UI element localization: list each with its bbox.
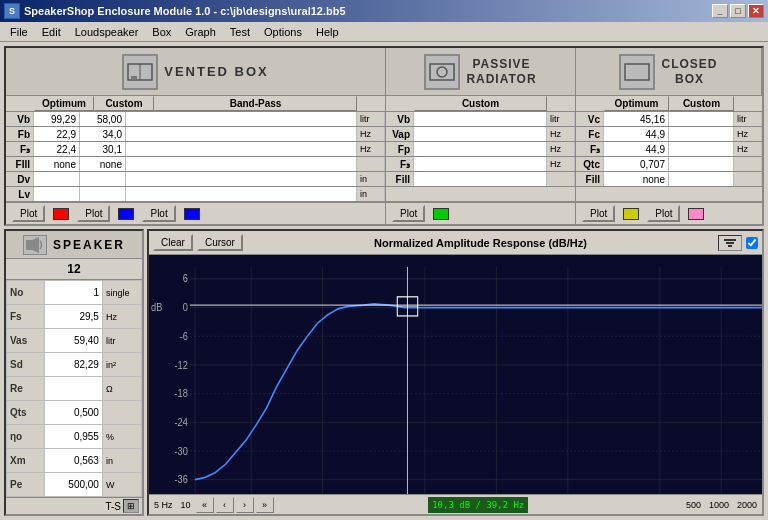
menu-loudspeaker[interactable]: Loudspeaker xyxy=(69,25,145,39)
vented-plot-row: Plot Plot Plot xyxy=(6,203,386,224)
sp-sd-label: Sd xyxy=(7,353,45,377)
ts-label: T-S xyxy=(105,501,121,512)
sp-row-qts: Qts 0,500 xyxy=(7,401,142,425)
x-500-label: 500 xyxy=(683,500,704,510)
pvb-unit: litr xyxy=(547,112,575,126)
sp-row-vas: Vas 59,40 litr xyxy=(7,329,142,353)
fb-cust-val: 34,0 xyxy=(80,127,126,141)
dv-opt-val xyxy=(34,172,80,186)
vented-plot-color-blue1 xyxy=(118,208,134,220)
app-icon: S xyxy=(4,3,20,19)
dv-unit: in xyxy=(357,172,385,186)
sp-re-val xyxy=(45,377,103,401)
vfill-opt-val: none xyxy=(34,157,80,171)
vc-unit: litr xyxy=(734,112,762,126)
vc-label: Vc xyxy=(576,112,604,126)
graph-checkbox[interactable] xyxy=(746,237,758,249)
passive-col-headers: Custom xyxy=(386,96,576,111)
speaker-label: SPEAKER xyxy=(53,238,125,252)
svg-text:-18: -18 xyxy=(175,388,189,400)
sp-fs-label: Fs xyxy=(7,305,45,329)
fb-unit: Hz xyxy=(357,127,385,141)
enclosure-panel: VENTED BOX PASSIVE RADIATOR xyxy=(4,46,764,226)
vented-icon xyxy=(122,54,158,90)
f3-bp-val xyxy=(126,142,357,156)
graph-settings-icon[interactable] xyxy=(718,235,742,251)
vented-optimum-header: Optimum xyxy=(34,96,94,111)
row-dv: Dv in Fill Fill none xyxy=(6,172,762,187)
closed-col-headers: Optimum Custom xyxy=(576,96,762,111)
sp-fs-unit: Hz xyxy=(102,305,141,329)
cqtc-cust-val xyxy=(669,157,734,171)
cqtc-label: Qtc xyxy=(576,157,604,171)
vented-header: VENTED BOX xyxy=(6,48,386,95)
freq-display: 10,3 dB / 39,2 Hz xyxy=(428,497,528,513)
passive-plot-btn[interactable]: Plot xyxy=(392,205,425,222)
closed-plot-custom-btn[interactable]: Plot xyxy=(647,205,680,222)
row-vb: Vb 99,29 58,00 litr Vb litr Vc 45,16 lit… xyxy=(6,112,762,127)
vented-plot-optimum-btn[interactable]: Plot xyxy=(12,205,45,222)
vap-val xyxy=(414,127,547,141)
cfc-unit: Hz xyxy=(734,127,762,141)
f3-cust-val: 30,1 xyxy=(80,142,126,156)
x-start-label: 5 Hz xyxy=(151,500,176,510)
svg-marker-7 xyxy=(32,237,39,253)
cqtc-unit xyxy=(734,157,762,171)
nav-prev-btn[interactable]: ‹ xyxy=(216,497,234,513)
cursor-button[interactable]: Cursor xyxy=(197,234,243,251)
dv-bp-val xyxy=(126,172,357,186)
vfill-label: FIll xyxy=(6,157,34,171)
x-1000-label: 1000 xyxy=(706,500,732,510)
svg-text:-30: -30 xyxy=(175,445,189,457)
graph-area: 6 0 -6 -12 -18 -24 -30 -36 dB xyxy=(149,255,762,494)
vented-plot-bp-btn[interactable]: Plot xyxy=(142,205,175,222)
cfill-opt-val: none xyxy=(604,172,669,186)
cfill-label: Fill xyxy=(576,172,604,186)
passive-icon xyxy=(424,54,460,90)
lv-opt-val xyxy=(34,187,80,201)
menu-test[interactable]: Test xyxy=(224,25,256,39)
clear-button[interactable]: Clear xyxy=(153,234,193,251)
vented-plot-color-red xyxy=(53,208,69,220)
ts-box[interactable]: ⊞ xyxy=(123,499,139,513)
pfp-label: Fp xyxy=(386,142,414,156)
col-subheaders-row: Optimum Custom Band-Pass Custom Optimum … xyxy=(6,96,762,112)
vented-plot-custom-btn[interactable]: Plot xyxy=(77,205,110,222)
menu-file[interactable]: File xyxy=(4,25,34,39)
cfill-cust-val xyxy=(669,172,734,186)
nav-next-btn[interactable]: › xyxy=(236,497,254,513)
menu-graph[interactable]: Graph xyxy=(179,25,222,39)
minimize-button[interactable]: _ xyxy=(712,4,728,18)
x-axis-toolbar: 5 Hz 10 « ‹ › » 10,3 dB / 39,2 Hz 500 10… xyxy=(149,494,762,514)
sp-row-sd: Sd 82,29 in² xyxy=(7,353,142,377)
fb-bp-val xyxy=(126,127,357,141)
nav-next-next-btn[interactable]: » xyxy=(256,497,274,513)
sp-re-label: Re xyxy=(7,377,45,401)
row-fb: Fb 22,9 34,0 Hz Vap Hz Fc 44,9 Hz xyxy=(6,127,762,142)
svg-text:-6: -6 xyxy=(180,330,189,342)
vented-plot-color-blue2 xyxy=(184,208,200,220)
sp-qts-val: 0,500 xyxy=(45,401,103,425)
menu-box[interactable]: Box xyxy=(146,25,177,39)
cqtc-opt-val: 0,707 xyxy=(604,157,669,171)
svg-rect-6 xyxy=(26,240,32,250)
maximize-button[interactable]: □ xyxy=(730,4,746,18)
menu-options[interactable]: Options xyxy=(258,25,308,39)
sp-vas-val: 59,40 xyxy=(45,329,103,353)
vented-bandpass-header: Band-Pass xyxy=(154,96,357,111)
x-10-label: 10 xyxy=(178,500,194,510)
nav-prev-prev-btn[interactable]: « xyxy=(196,497,214,513)
closed-custom-header: Custom xyxy=(669,96,734,111)
closed-plot-optimum-btn[interactable]: Plot xyxy=(582,205,615,222)
sp-pe-val: 500,00 xyxy=(45,473,103,497)
svg-text:-12: -12 xyxy=(175,359,189,371)
menu-edit[interactable]: Edit xyxy=(36,25,67,39)
x-2000-label: 2000 xyxy=(734,500,760,510)
menubar: File Edit Loudspeaker Box Graph Test Opt… xyxy=(0,22,768,42)
bottom-panel: SPEAKER 12 No 1 single Fs 29,5 Hz Vas 59… xyxy=(4,229,764,516)
lv-label: Lv xyxy=(6,187,34,201)
close-button[interactable]: ✕ xyxy=(748,4,764,18)
vb-label: Vb xyxy=(6,112,34,126)
svg-text:-36: -36 xyxy=(175,474,189,486)
menu-help[interactable]: Help xyxy=(310,25,345,39)
